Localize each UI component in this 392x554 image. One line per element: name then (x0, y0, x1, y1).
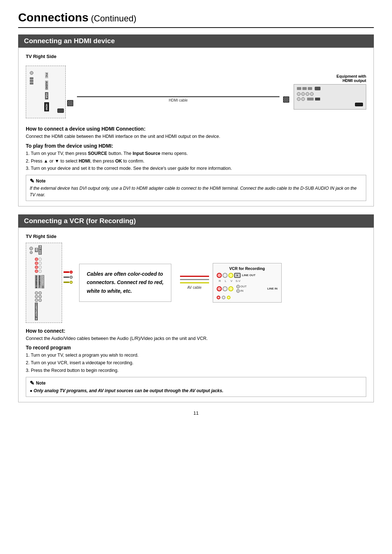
equipment-label-1: Equipment with (336, 74, 366, 78)
vcr-tv-panel: RF RS-232 (26, 243, 62, 323)
section2-box: TV Right Side RF RS-232 (18, 227, 374, 402)
equipment-label-2: HDMI output (336, 78, 366, 83)
section2-header: Connecting a VCR (for Recording) (18, 214, 374, 227)
vcr-cable-left (64, 271, 73, 284)
vcr-note-text: ● Only analog TV programs, and AV input … (30, 387, 362, 394)
vga-label: VGA (45, 92, 48, 99)
section1-header: Connecting an HDMI device (18, 34, 374, 48)
cable-right-plug: ▩ (282, 94, 290, 104)
vcr-device-label: VCR for Recording (217, 266, 278, 271)
hdmi-play-step3: 3. Turn on your device and set it to the… (26, 165, 366, 172)
section1-box: TV Right Side PIC (18, 48, 374, 206)
hdmi-connect-text: Connect the HDMI cable between the HDMI … (26, 133, 366, 140)
vcr-device-box: VCR for Recording S LINE OUT R (213, 263, 282, 303)
note-icon-1: ✎ (30, 178, 34, 184)
vcr-record-step1: 1. Turn on your TV, select a program you… (26, 352, 366, 359)
tv-right-side-label-2: TV Right Side (26, 234, 366, 239)
vcr-record-heading: To record program (26, 345, 366, 350)
hdmi-play-step1: 1. Turn on your TV, then press SOURCE bu… (26, 150, 366, 157)
hdmi-connector (57, 108, 64, 113)
note-label-1: ✎ Note (30, 178, 362, 184)
note-label-2: ✎ Note (30, 380, 362, 386)
cable-left-plug: ▩ (66, 98, 74, 107)
tv-right-side-label-1: TV Right Side (26, 54, 366, 59)
hdmi-note-box: ✎ Note If the external device has DVI ou… (26, 175, 366, 201)
vcr-cable-right-area: AV cable (180, 276, 209, 290)
equipment-diagram (294, 84, 366, 110)
hdmi-cable-area: HDMI cable (75, 96, 282, 102)
pic-label: PIC (45, 72, 48, 78)
page-number: 11 (18, 410, 374, 416)
hdmi-note-text: If the external device has DVI output on… (30, 185, 362, 198)
vcr-note-box: ✎ Note ● Only analog TV programs, and AV… (26, 377, 366, 397)
hdmi-tv-panel: PIC AUDIO VGA HDMI (26, 66, 66, 118)
note-icon-2: ✎ (30, 380, 34, 386)
hdmi-equipment-area: Equipment with HDMI output (294, 74, 366, 110)
av-cable-label: AV cable (187, 286, 201, 290)
hdmi-play-step2: 2. Press ▲ or ▼ to select HDMI, then pre… (26, 158, 366, 165)
audio-label: AUDIO (45, 81, 48, 90)
vcr-record-step2: 2. Turn on your VCR, insert a videotape … (26, 360, 366, 366)
hdmi-diagram: PIC AUDIO VGA HDMI ▩ (26, 63, 366, 121)
vcr-connect-heading: How to connect: (26, 328, 366, 334)
hdmi-label: HDMI (44, 102, 49, 112)
vcr-record-step3: 3. Press the Record button to begin reco… (26, 367, 366, 374)
port-circle-1 (30, 71, 33, 75)
vcr-italic-box: Cables are often color-coded to connecto… (79, 264, 171, 302)
hdmi-play-heading: To play from the device using HDMI: (26, 143, 366, 149)
page-title: Connections (Continued) (18, 11, 374, 28)
hdmi-connect-heading: How to connect a device using HDMI Conne… (26, 126, 366, 132)
vcr-connect-text: Connect the Audio/Video cables between t… (26, 335, 366, 342)
vcr-diagram: RF RS-232 (26, 243, 366, 323)
